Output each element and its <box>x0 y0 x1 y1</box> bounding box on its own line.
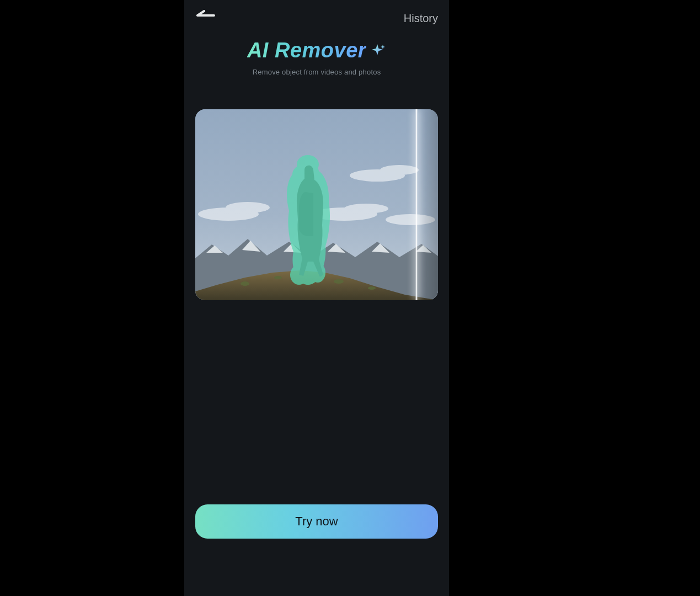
svg-point-13 <box>290 265 308 285</box>
svg-point-9 <box>274 276 282 279</box>
svg-point-14 <box>310 263 325 283</box>
history-link-label: History <box>404 12 438 24</box>
svg-point-4 <box>380 165 419 175</box>
try-now-label: Try now <box>295 514 338 529</box>
scan-line-icon <box>415 109 418 300</box>
svg-point-2 <box>226 202 270 213</box>
page-title: AI Remover <box>247 39 366 62</box>
svg-point-10 <box>334 279 344 284</box>
back-arrow-icon <box>196 10 218 21</box>
scan-shadow <box>418 109 438 300</box>
svg-point-11 <box>368 286 376 290</box>
preview-scene <box>195 109 438 300</box>
svg-point-12 <box>297 155 319 174</box>
history-link[interactable]: History <box>404 12 438 25</box>
svg-point-8 <box>241 281 249 286</box>
app-screen: History AI Remover Remove object fro <box>184 0 449 596</box>
svg-point-6 <box>344 204 388 214</box>
try-now-button[interactable]: Try now <box>195 504 438 539</box>
back-button[interactable] <box>196 10 218 25</box>
page-subtitle: Remove object from videos and photos <box>184 68 449 76</box>
preview-image <box>195 109 438 300</box>
top-bar: History <box>184 0 449 35</box>
title-block: AI Remover Remove object from videos and… <box>184 39 449 76</box>
sparkle-icon <box>371 43 386 58</box>
